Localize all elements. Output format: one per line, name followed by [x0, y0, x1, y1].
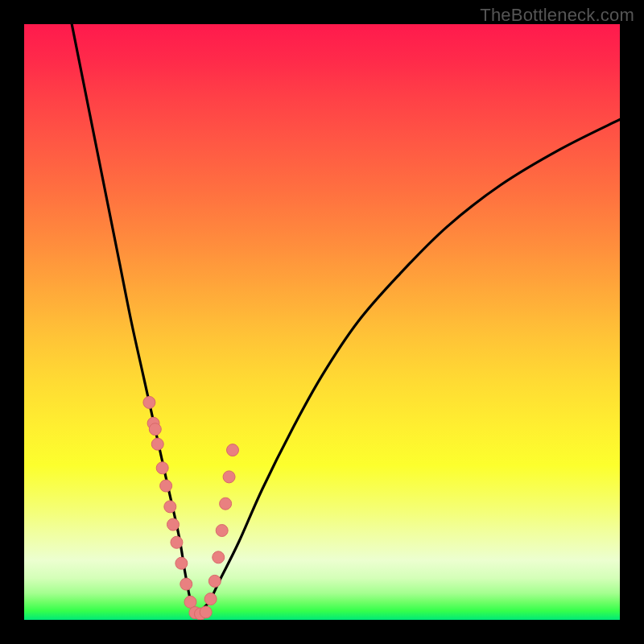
- chart-svg: [24, 24, 620, 620]
- data-point: [204, 593, 217, 605]
- data-point: [156, 462, 168, 474]
- data-point: [213, 551, 225, 564]
- data-point: [223, 471, 235, 483]
- data-point: [149, 423, 161, 436]
- data-point: [167, 518, 180, 530]
- data-point: [160, 480, 172, 492]
- data-point: [200, 606, 212, 618]
- data-point: [143, 396, 155, 408]
- curve-layer: [72, 24, 620, 614]
- plot-area: [24, 24, 620, 620]
- curve-right-branch: [197, 119, 620, 613]
- data-point: [216, 525, 228, 537]
- data-point: [184, 596, 196, 608]
- data-point: [171, 536, 183, 548]
- scatter-layer: [143, 396, 239, 620]
- data-point: [220, 497, 232, 510]
- watermark-text: TheBottleneck.com: [480, 5, 634, 26]
- data-point: [175, 557, 188, 569]
- data-point: [227, 444, 239, 456]
- data-point: [151, 438, 163, 450]
- data-point: [180, 578, 192, 590]
- data-point: [164, 501, 176, 513]
- data-point: [208, 575, 221, 587]
- chart-frame: TheBottleneck.com: [0, 0, 644, 644]
